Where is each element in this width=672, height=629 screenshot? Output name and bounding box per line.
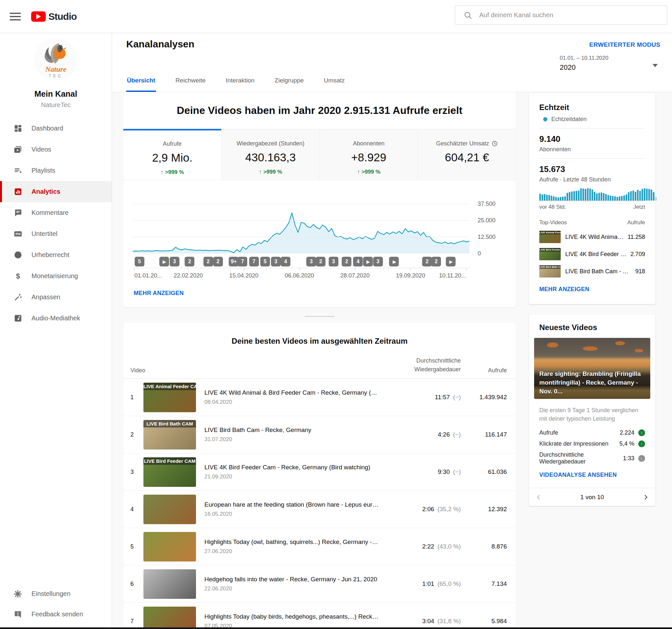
video-marker-count-badge[interactable]: 2 xyxy=(342,257,352,266)
chart-plot-area[interactable] xyxy=(133,191,470,254)
video-marker-count-badge[interactable]: 3 xyxy=(329,257,338,266)
top-video-row[interactable]: LIVE Bird Bath CAM LIVE Bird Bath Cam - … xyxy=(539,265,645,278)
advanced-mode-link[interactable]: ERWEITERTER MODUS xyxy=(589,41,660,48)
video-marker-count-badge[interactable]: 2 xyxy=(213,257,223,266)
table-row[interactable]: 6 Hedgehog falls into the water - Recke,… xyxy=(123,565,516,603)
video-thumbnail[interactable]: LIVE Bird Bath CAM xyxy=(143,420,196,449)
video-thumbnail[interactable]: LIVE Bird Feeder CAM xyxy=(539,248,561,260)
top-video-row[interactable]: LIVE Animal Feeder CAM LIVE 4K Wild Anim… xyxy=(539,231,645,243)
search-input[interactable] xyxy=(479,11,635,19)
video-title[interactable]: LIVE Bird Bath Cam - Recke, Germany xyxy=(205,426,311,434)
video-marker-count-badge[interactable]: 2 xyxy=(203,257,213,266)
column-header-views[interactable]: Aufrufe xyxy=(488,367,507,374)
video-title[interactable]: Highlights Today (baby birds, hedgehogs,… xyxy=(205,613,380,620)
latest-videos-pagination: 1 von 10 xyxy=(529,488,655,506)
sidebar-item-comments[interactable]: Kommentare xyxy=(0,202,112,223)
video-title[interactable]: LIVE 4K Wild Animal & Bird Feeder Cam - … xyxy=(205,389,380,396)
sidebar-item-audio-library[interactable]: Audio-Mediathek xyxy=(0,308,112,329)
tab-reichweite[interactable]: Reichweite xyxy=(175,77,207,92)
video-thumbnail[interactable]: LIVE Bird Feeder CAM xyxy=(143,457,196,487)
column-header-video[interactable]: Video xyxy=(130,367,145,374)
tab-interaktion[interactable]: Interaktion xyxy=(225,77,255,92)
realtime-bar xyxy=(551,196,552,201)
video-marker-play-badge[interactable]: ▶ xyxy=(446,257,456,266)
video-marker-count-badge[interactable]: 4 xyxy=(281,257,290,266)
latest-video-thumbnail[interactable]: Rare sighting: Brambling (Fringilla mont… xyxy=(534,338,650,399)
top-video-row[interactable]: LIVE Bird Feeder CAM LIVE 4K Bird Feeder… xyxy=(539,248,645,260)
date-range-picker[interactable]: 01.01. – 10.11.2020 2020 xyxy=(560,55,660,72)
sidebar-item-customization[interactable]: Anpassen xyxy=(0,286,112,308)
realtime-title: Echtzeit xyxy=(539,103,645,112)
channel-avatar[interactable]: Nature TEC xyxy=(34,38,77,81)
video-marker-count-badge[interactable]: 7 xyxy=(238,257,247,266)
sidebar-item-settings[interactable]: Einstellungen xyxy=(0,584,112,604)
metric-card-umsatz[interactable]: Geschätzter Umsatz 604,21 € xyxy=(417,129,516,180)
video-thumbnail[interactable] xyxy=(143,569,196,599)
video-title[interactable]: LIVE 4K Bird Feeder Cam - Recke, Germany… xyxy=(205,464,370,471)
video-title[interactable]: European hare at the feeding station (Br… xyxy=(205,501,380,508)
video-thumbnail[interactable]: LIVE Bird Bath CAM xyxy=(539,265,561,278)
video-marker-count-badge[interactable]: 2 xyxy=(431,257,441,266)
video-thumbnail[interactable]: LIVE Animal Feeder CAM xyxy=(143,383,196,412)
table-row[interactable]: 4 European hare at the feeding station (… xyxy=(123,491,516,528)
video-marker-count-badge[interactable]: 2 xyxy=(185,257,194,266)
video-marker-count-badge[interactable]: 3 xyxy=(271,257,281,266)
video-analytics-link[interactable]: VIDEOANALYSE ANSEHEN xyxy=(539,472,617,479)
video-views: 61.036 xyxy=(465,468,507,475)
sidebar-item-subtitles[interactable]: Untertitel xyxy=(0,223,112,244)
table-row[interactable]: 5 Highlights Today (owl, bathing, squirr… xyxy=(123,528,516,565)
video-thumbnail[interactable] xyxy=(143,495,196,524)
table-row[interactable]: 2 LIVE Bird Bath CAM LIVE Bird Bath Cam … xyxy=(123,416,516,453)
table-row[interactable]: 7 Highlights Today (baby birds, hedgehog… xyxy=(123,603,516,629)
video-marker-count-badge[interactable]: 3 xyxy=(373,257,383,266)
sidebar-item-analytics[interactable]: Analytics xyxy=(0,181,112,202)
table-row[interactable]: 3 LIVE Bird Feeder CAM LIVE 4K Bird Feed… xyxy=(123,453,516,491)
tab-uebersicht[interactable]: Übersicht xyxy=(126,77,156,92)
video-title[interactable]: Hedgehog falls into the water - Recke, G… xyxy=(205,576,377,583)
video-date: 16.05.2020 xyxy=(205,511,380,517)
menu-icon[interactable] xyxy=(10,12,21,21)
pagination-prev-icon[interactable] xyxy=(529,488,548,506)
tab-zielgruppe[interactable]: Zielgruppe xyxy=(274,77,304,92)
video-thumbnail[interactable] xyxy=(143,532,196,561)
video-marker-count-badge[interactable]: 3 xyxy=(170,257,179,266)
metric-card-abonnenten[interactable]: Abonnenten +8.929 ↑ >999 % xyxy=(320,129,418,180)
sidebar-item-feedback[interactable]: Feedback senden xyxy=(0,604,112,625)
metric-cards: Aufrufe 2,9 Mio. ↑ >999 % Wiedergabezeit… xyxy=(123,129,516,180)
video-marker-count-badge[interactable]: 4 xyxy=(353,257,363,266)
dollar-icon: $ xyxy=(14,272,22,280)
video-marker-count-badge[interactable]: 9+ xyxy=(229,257,239,266)
tab-umsatz[interactable]: Umsatz xyxy=(323,77,345,92)
video-marker-play-badge[interactable]: ▶ xyxy=(363,257,373,266)
video-marker-play-badge[interactable]: ▶ xyxy=(389,257,399,266)
video-title[interactable]: LIVE 4K Bird Feeder Cam … xyxy=(565,251,627,258)
column-header-duration[interactable]: Durchschnittliche Wiedergabedauer xyxy=(414,356,461,374)
metric-card-aufrufe[interactable]: Aufrufe 2,9 Mio. ↑ >999 % xyxy=(123,129,221,180)
video-title[interactable]: LIVE Bird Bath Cam - Recke… xyxy=(565,268,632,275)
chart-show-more-link[interactable]: MEHR ANZEIGEN xyxy=(134,290,184,297)
video-marker-count-badge[interactable]: 7 xyxy=(249,257,259,266)
top-videos-table-card: Deine besten Videos im ausgewählten Zeit… xyxy=(123,323,516,629)
video-marker-count-badge[interactable]: 2 xyxy=(316,257,326,266)
video-title[interactable]: Highlights Today (owl, bathing, squirrel… xyxy=(205,538,380,545)
section-drag-handle[interactable] xyxy=(305,316,335,317)
video-marker-count-badge[interactable]: 3 xyxy=(306,257,316,266)
video-marker-count-badge[interactable]: 2 xyxy=(422,257,432,266)
table-row[interactable]: 1 LIVE Animal Feeder CAM LIVE 4K Wild An… xyxy=(123,379,516,416)
sidebar-item-dashboard[interactable]: Dashboard xyxy=(0,118,112,139)
sidebar-item-videos[interactable]: Videos xyxy=(0,139,112,160)
realtime-show-more-link[interactable]: MEHR ANZEIGEN xyxy=(539,286,589,293)
sidebar-item-copyright[interactable]: Urheberrecht xyxy=(0,244,112,265)
x-tick xyxy=(410,268,411,271)
metric-card-wiedergabezeit[interactable]: Wiedergabezeit (Stunden) 430.163,3 ↑ >99… xyxy=(221,129,320,180)
video-thumbnail[interactable] xyxy=(143,607,196,629)
video-marker-play-badge[interactable]: ▶ xyxy=(159,257,169,266)
video-thumbnail[interactable]: LIVE Animal Feeder CAM xyxy=(539,231,561,243)
video-marker-count-badge[interactable]: 5 xyxy=(260,257,270,266)
video-marker-count-badge[interactable]: 5 xyxy=(135,257,144,266)
pagination-next-icon[interactable] xyxy=(636,488,655,506)
video-title[interactable]: LIVE 4K Wild Animal & B… xyxy=(565,234,624,240)
sidebar-item-monetization[interactable]: $ Monetarisierung xyxy=(0,265,112,286)
sidebar-item-playlists[interactable]: Playlists xyxy=(0,160,112,181)
youtube-studio-logo[interactable]: Studio xyxy=(31,11,77,22)
